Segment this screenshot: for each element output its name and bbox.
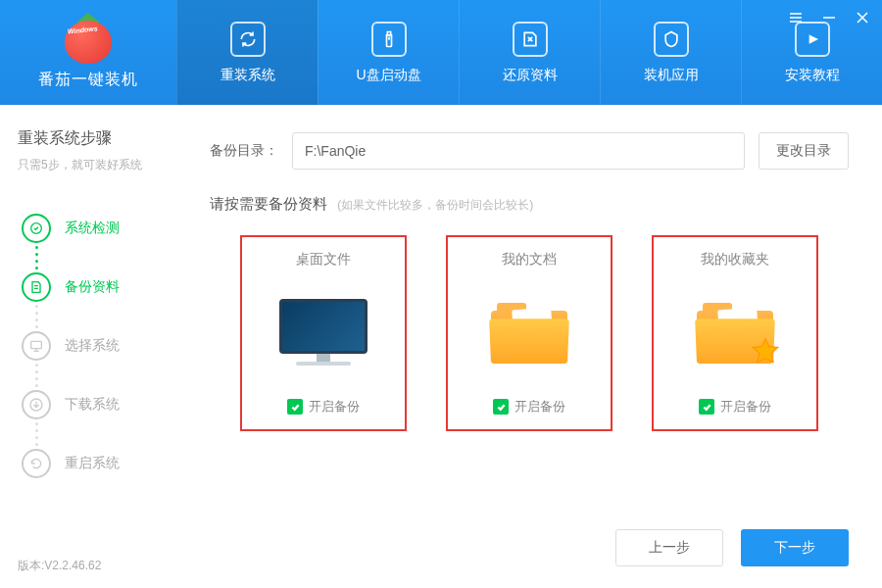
step-label: 下载系统: [65, 396, 120, 414]
card-checkbox-row[interactable]: 开启备份: [699, 398, 771, 416]
backup-dir-input[interactable]: F:\FanQie: [292, 132, 745, 170]
check-label: 开启备份: [309, 398, 360, 416]
step-system-check[interactable]: 系统检测: [18, 199, 159, 258]
nav-label: 安装教程: [785, 67, 840, 84]
nav-label: 重装系统: [220, 67, 275, 84]
backup-cards: 桌面文件 开启备份 我的文档 开启备份: [210, 235, 849, 431]
card-title: 我的文档: [502, 251, 557, 269]
checkbox-icon: [493, 399, 509, 415]
card-desktop-files[interactable]: 桌面文件 开启备份: [240, 235, 407, 431]
card-checkbox-row[interactable]: 开启备份: [493, 398, 565, 416]
svg-rect-1: [31, 341, 42, 348]
card-title: 我的收藏夹: [701, 251, 769, 269]
sidebar-title: 重装系统步骤: [18, 128, 159, 149]
step-label: 重启系统: [65, 455, 120, 472]
backup-prompt-sub: (如果文件比较多，备份时间会比较长): [337, 198, 533, 212]
restore-icon: [513, 22, 548, 57]
menu-button[interactable]: [788, 10, 804, 25]
checkbox-icon: [699, 399, 714, 415]
nav-usb[interactable]: U盘启动盘: [318, 0, 459, 105]
step-download[interactable]: 下载系统: [18, 375, 159, 434]
step-select-system[interactable]: 选择系统: [18, 317, 159, 375]
step-label: 系统检测: [65, 220, 120, 237]
restart-icon: [22, 449, 51, 478]
step-label: 选择系统: [65, 337, 120, 355]
nav-apps[interactable]: 装机应用: [600, 0, 741, 105]
change-dir-button[interactable]: 更改目录: [759, 132, 849, 170]
backup-dir-label: 备份目录：: [210, 142, 278, 160]
folder-icon: [448, 269, 611, 398]
window-controls: [788, 10, 870, 25]
step-restart[interactable]: 重启系统: [18, 434, 159, 493]
download-icon: [22, 390, 51, 419]
apps-icon: [654, 22, 689, 57]
nav-label: 还原资料: [503, 67, 558, 84]
step-backup[interactable]: 备份资料: [18, 258, 159, 317]
sidebar-subtitle: 只需5步，就可装好系统: [18, 157, 159, 173]
nav-label: U盘启动盘: [356, 67, 420, 84]
card-my-documents[interactable]: 我的文档 开启备份: [446, 235, 612, 431]
close-button[interactable]: [855, 10, 870, 25]
card-checkbox-row[interactable]: 开启备份: [287, 398, 360, 416]
nav-restore[interactable]: 还原资料: [459, 0, 600, 105]
header: Windows 番茄一键装机 重装系统 U盘启动盘 还原资料 装机应用 安装教程: [0, 0, 882, 105]
step-list: 系统检测 备份资料 选择系统 下载系统 重启系统: [18, 199, 159, 578]
reinstall-icon: [230, 22, 266, 57]
folder-star-icon: [654, 269, 816, 398]
checkbox-icon: [287, 399, 303, 415]
main-panel: 备份目录： F:\FanQie 更改目录 请按需要备份资料 (如果文件比较多，备…: [176, 105, 882, 588]
next-button[interactable]: 下一步: [741, 529, 849, 566]
card-my-favorites[interactable]: 我的收藏夹 开启备份: [652, 235, 818, 431]
check-icon: [22, 214, 51, 243]
footer-buttons: 上一步 下一步: [615, 529, 849, 566]
usb-icon: [371, 22, 407, 57]
check-label: 开启备份: [720, 398, 771, 416]
select-icon: [22, 331, 51, 361]
check-label: 开启备份: [514, 398, 565, 416]
card-title: 桌面文件: [296, 251, 351, 269]
nav-label: 装机应用: [644, 67, 699, 84]
backup-dir-row: 备份目录： F:\FanQie 更改目录: [210, 132, 849, 170]
app-title: 番茄一键装机: [38, 70, 138, 90]
nav-reinstall[interactable]: 重装系统: [176, 0, 318, 105]
minimize-button[interactable]: [821, 10, 837, 25]
backup-prompt: 请按需要备份资料 (如果文件比较多，备份时间会比较长): [210, 195, 849, 214]
body: 重装系统步骤 只需5步，就可装好系统 系统检测 备份资料 选择系统 下载系统: [0, 105, 882, 588]
tomato-logo-icon: Windows: [62, 15, 115, 64]
monitor-icon: [242, 269, 405, 398]
step-label: 备份资料: [65, 278, 120, 296]
tutorial-icon: [795, 22, 830, 57]
sidebar: 重装系统步骤 只需5步，就可装好系统 系统检测 备份资料 选择系统 下载系统: [0, 105, 176, 588]
top-nav: 重装系统 U盘启动盘 还原资料 装机应用 安装教程: [176, 0, 882, 105]
backup-icon: [22, 272, 51, 302]
prev-button[interactable]: 上一步: [615, 529, 723, 566]
logo-area: Windows 番茄一键装机: [0, 15, 176, 90]
version-label: 版本:V2.2.46.62: [18, 558, 101, 574]
